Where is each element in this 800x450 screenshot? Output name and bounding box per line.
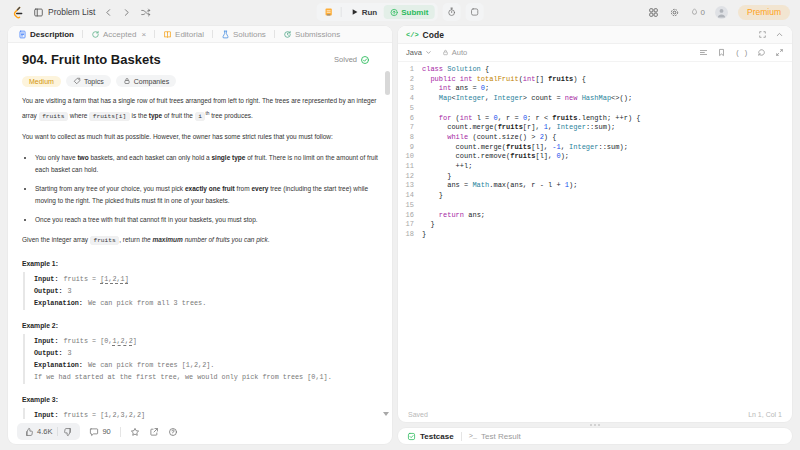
submit-button[interactable]: Submit	[383, 5, 434, 19]
tab-test-result[interactable]: >_ Test Result	[469, 432, 521, 441]
notepad-icon[interactable]	[320, 3, 338, 21]
code-line: 1class Solution {	[398, 65, 792, 75]
code-line: 9 count.merge(fruits[l], -1, Integer::su…	[398, 143, 792, 153]
comments-button[interactable]: 90	[89, 427, 110, 437]
code-line: 7 count.merge(fruits[r], 1, Integer::sum…	[398, 123, 792, 133]
lock-icon	[442, 49, 449, 56]
scroll-down-arrow[interactable]	[383, 412, 389, 416]
reset-code-icon[interactable]	[757, 48, 766, 57]
flask-icon	[221, 30, 230, 39]
code-line: 12 }	[398, 172, 792, 182]
example-block: Input:fruits = [1,2,3,2,2] Output:4 Expl…	[23, 408, 378, 419]
code-line: 16 return ans;	[398, 211, 792, 221]
console-bar: Testcase >_ Test Result	[398, 428, 792, 444]
code-line: 15	[398, 201, 792, 211]
format-code-icon[interactable]	[699, 48, 708, 57]
share-icon[interactable]	[149, 427, 159, 437]
companies-badge[interactable]: Companies	[116, 75, 176, 87]
problem-footer: 4.6K 90	[8, 419, 392, 444]
brackets-icon[interactable]: ( )	[735, 49, 748, 57]
chevron-down-icon	[425, 49, 432, 56]
divider	[57, 427, 58, 436]
expand-panel-icon[interactable]	[758, 30, 767, 39]
scrollbar-thumb[interactable]	[385, 71, 390, 95]
like-count: 4.6K	[37, 427, 52, 436]
code-line: 14 }	[398, 191, 792, 201]
avatar[interactable]	[715, 6, 728, 19]
example-label: Example 1:	[22, 260, 378, 267]
play-icon	[351, 8, 359, 16]
example-label: Example 2:	[22, 322, 378, 329]
difficulty-badge[interactable]: Medium	[22, 76, 61, 87]
comment-count: 90	[102, 427, 110, 436]
settings-gear-icon[interactable]	[669, 7, 680, 18]
solved-status: Solved	[334, 55, 370, 65]
fullscreen-icon[interactable]	[775, 48, 784, 57]
tab-description[interactable]: Description	[16, 30, 76, 39]
dislike-button[interactable]	[63, 427, 73, 437]
next-problem-button[interactable]	[122, 8, 131, 17]
streak-counter[interactable]: 0	[690, 7, 705, 17]
help-icon[interactable]	[168, 427, 178, 437]
tab-accepted[interactable]: Accepted ×	[89, 30, 148, 39]
like-button[interactable]: 4.6K	[24, 427, 52, 437]
run-button[interactable]: Run	[345, 3, 384, 21]
vote-group: 4.6K	[17, 423, 80, 440]
example-label: Example 3:	[22, 396, 378, 403]
leetcode-logo-icon[interactable]	[10, 5, 24, 20]
shuffle-icon[interactable]	[140, 7, 151, 18]
rules-list: You only have two baskets, and each bask…	[22, 152, 378, 227]
save-status: Saved	[408, 411, 428, 418]
tab-testcase[interactable]: Testcase	[407, 432, 454, 441]
divider	[120, 427, 121, 437]
list-item: You only have two baskets, and each bask…	[35, 152, 378, 177]
history-icon	[91, 30, 100, 39]
tab-editorial[interactable]: Editorial	[161, 30, 206, 39]
problem-list-button[interactable]: Problem List	[33, 7, 95, 18]
terminal-icon: >_	[469, 432, 477, 440]
divider	[82, 30, 83, 38]
problem-title: 904. Fruit Into Baskets	[22, 52, 161, 67]
code-line: 13 ans = Math.max(ans, r - l + 1);	[398, 181, 792, 191]
code-editor[interactable]: 1class Solution {2 public int totalFruit…	[398, 62, 792, 407]
note-icon[interactable]	[465, 3, 483, 21]
code-panel: </> Code Java	[398, 26, 792, 422]
list-item: Starting from any tree of your choice, y…	[35, 183, 378, 208]
tab-solutions[interactable]: Solutions	[219, 30, 268, 39]
upload-icon	[389, 8, 398, 17]
description-icon	[18, 30, 27, 39]
cursor-position[interactable]: Ln 1, Col 1	[748, 411, 782, 418]
lock-icon	[123, 77, 131, 85]
timer-icon[interactable]	[442, 3, 460, 21]
code-line: 8 while (count.size() > 2) {	[398, 133, 792, 143]
problem-content[interactable]: 904. Fruit Into Baskets Solved Medium To…	[8, 43, 392, 419]
code-line: 6 for (int l = 0, r = 0; r < fruits.leng…	[398, 114, 792, 124]
testcase-check-icon	[407, 432, 416, 441]
apps-grid-icon[interactable]	[648, 7, 659, 18]
autocomplete-toggle[interactable]: Auto	[442, 48, 467, 57]
topics-badge[interactable]: Topics	[66, 75, 111, 87]
divider	[341, 7, 342, 17]
divider	[154, 30, 155, 38]
language-selector[interactable]: Java	[406, 48, 432, 57]
collapse-panel-icon[interactable]	[775, 30, 784, 39]
favorite-star-icon[interactable]	[130, 427, 140, 437]
problem-panel: Description Accepted × Editorial	[8, 26, 392, 444]
tab-submissions[interactable]: Submissions	[281, 30, 342, 39]
run-submit-group: Run Submit	[317, 3, 438, 21]
close-icon[interactable]: ×	[141, 30, 146, 39]
code-line: 2 public int totalFruit(int[] fruits) {	[398, 75, 792, 85]
code-line: 18}	[398, 230, 792, 240]
editor-statusbar: Saved Ln 1, Col 1	[398, 407, 792, 422]
prev-problem-button[interactable]	[104, 8, 113, 17]
premium-button[interactable]: Premium	[738, 5, 790, 20]
example-block: Input:fruits = [0,1,2,2] Output:3 Explan…	[23, 334, 378, 384]
user-icon	[715, 6, 728, 19]
code-line: 10 count.remove(fruits[l], 0);	[398, 152, 792, 162]
bookmark-icon[interactable]	[717, 48, 726, 57]
list-item: Once you reach a tree with fruit that ca…	[35, 214, 378, 227]
problem-description: You are visiting a farm that has a singl…	[22, 95, 378, 419]
thumbs-down-icon	[63, 427, 73, 437]
editor-toolbar: Java Auto ( )	[398, 44, 792, 62]
leetcode-app: Problem List	[0, 0, 800, 450]
